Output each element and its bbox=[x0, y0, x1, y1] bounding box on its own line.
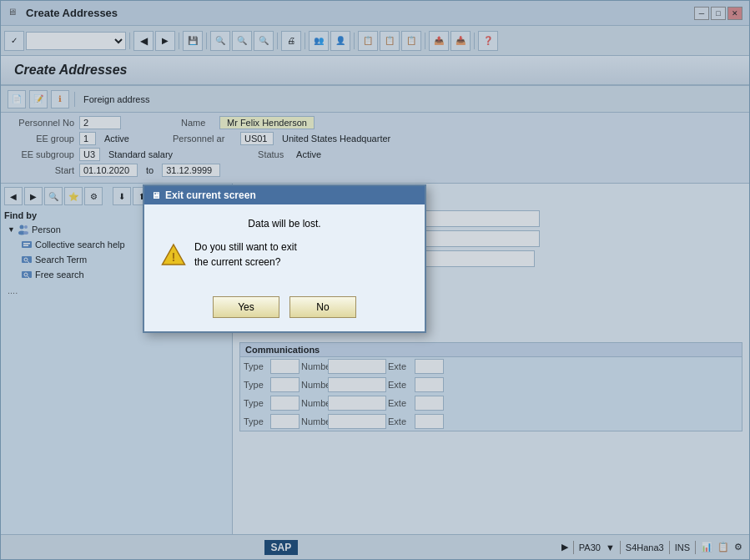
yes-button[interactable]: Yes bbox=[213, 296, 279, 318]
app-window: 🖥 Create Addresses ─ □ ✕ ✓ ◀ ▶ 💾 🔍 🔍 🔍 🖨… bbox=[0, 0, 750, 560]
warning-icon: ! bbox=[161, 242, 186, 267]
exit-dialog: 🖥 Exit current screen Data will be lost.… bbox=[143, 184, 426, 333]
modal-message-2: Do you still want to exit the current sc… bbox=[194, 240, 297, 270]
modal-window-icon: 🖥 bbox=[151, 190, 160, 200]
modal-buttons: Yes No bbox=[144, 290, 425, 331]
modal-message-1: Data will be lost. bbox=[161, 218, 408, 230]
no-button[interactable]: No bbox=[289, 296, 356, 318]
svg-text:!: ! bbox=[172, 250, 176, 264]
modal-title: Exit current screen bbox=[165, 189, 256, 201]
modal-body: Data will be lost. ! Do you still want t… bbox=[144, 204, 425, 290]
modal-warning-row: ! Do you still want to exit the current … bbox=[161, 240, 408, 270]
modal-overlay: 🖥 Exit current screen Data will be lost.… bbox=[1, 1, 749, 559]
modal-title-bar: 🖥 Exit current screen bbox=[144, 186, 425, 204]
